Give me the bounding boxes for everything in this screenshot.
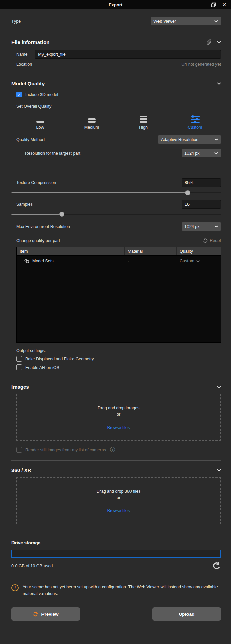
name-label: Name bbox=[16, 52, 27, 57]
type-dropdown[interactable]: Web Viewer bbox=[151, 17, 221, 25]
images-browse-files-link[interactable]: Browse files bbox=[107, 425, 130, 430]
chevron-down-icon bbox=[214, 225, 218, 228]
collapse-images-icon[interactable] bbox=[217, 386, 221, 388]
render-still-images-checkbox: ✓ bbox=[16, 447, 22, 453]
quality-option-medium[interactable]: Medium bbox=[80, 113, 104, 130]
render-still-images-label: Render still images from my list of came… bbox=[25, 448, 106, 452]
column-header-material[interactable]: Material bbox=[125, 247, 177, 255]
xr-drop-zone[interactable]: Drag and drop 360 files or Browse files bbox=[16, 477, 221, 524]
xr-browse-files-link[interactable]: Browse files bbox=[107, 508, 130, 513]
file-name-input[interactable]: My_export_file bbox=[35, 50, 221, 59]
row-quality-dropdown[interactable]: Custom bbox=[180, 259, 200, 263]
row-material: - bbox=[125, 259, 177, 263]
divider bbox=[11, 377, 221, 377]
chevron-down-icon bbox=[214, 138, 218, 141]
bake-geometry-checkbox[interactable]: ✓ bbox=[16, 356, 22, 362]
close-icon[interactable]: ✕ bbox=[221, 2, 227, 8]
chevron-down-icon bbox=[214, 152, 218, 154]
spacer bbox=[11, 157, 221, 178]
xr-drop-title: Drag and drop 360 files bbox=[97, 488, 141, 495]
quality-method-label: Quality Method bbox=[16, 137, 45, 142]
location-value: Url not generated yet bbox=[181, 62, 221, 67]
type-label: Type bbox=[11, 19, 21, 24]
type-dropdown-value: Web Viewer bbox=[153, 19, 176, 24]
keyshot-logo-icon bbox=[33, 611, 38, 617]
samples-input[interactable]: 16 bbox=[182, 200, 221, 209]
quality-method-dropdown[interactable]: Adaptive Resolution bbox=[158, 135, 221, 144]
per-part-table: Item Material Quality Model Sets - Cus bbox=[16, 247, 221, 343]
include-3d-model-checkbox[interactable]: ✓ bbox=[16, 92, 22, 97]
quality-option-custom[interactable]: Custom bbox=[183, 113, 207, 130]
enable-ar-label: Enable AR on iOS bbox=[25, 365, 59, 370]
upload-button-label: Upload bbox=[179, 612, 195, 617]
images-or-label: or bbox=[117, 411, 120, 418]
quality-high-icon bbox=[140, 113, 147, 123]
drive-storage-bar bbox=[11, 550, 221, 558]
collapse-xr-icon[interactable] bbox=[217, 469, 221, 472]
texture-compression-slider-handle[interactable] bbox=[185, 190, 190, 195]
images-heading: Images bbox=[11, 384, 29, 390]
enable-ar-checkbox[interactable]: ✓ bbox=[16, 364, 22, 370]
quality-option-high[interactable]: High bbox=[132, 113, 155, 130]
restore-window-icon[interactable] bbox=[210, 2, 216, 8]
storage-usage-text: 0.0 GB of 10 GB used. bbox=[11, 564, 54, 568]
samples-slider[interactable] bbox=[11, 212, 221, 217]
table-row[interactable]: Model Sets - Custom bbox=[17, 256, 221, 266]
images-drop-title: Drag and drop images bbox=[98, 405, 140, 411]
render-still-images-checkbox-row: ✓ Render still images from my list of ca… bbox=[11, 446, 221, 453]
refresh-storage-icon[interactable] bbox=[212, 562, 221, 570]
link-icon[interactable] bbox=[206, 39, 212, 45]
dialog-title: Export bbox=[0, 2, 231, 7]
largest-part-resolution-value: 1024 px bbox=[184, 151, 199, 156]
warning-text: Your scene has not yet been set up with … bbox=[23, 584, 218, 597]
largest-part-resolution-dropdown[interactable]: 1024 px bbox=[182, 149, 221, 157]
xr-heading: 360 / XR bbox=[11, 467, 31, 473]
images-drop-zone[interactable]: Drag and drop images or Browse files bbox=[16, 394, 221, 441]
texture-compression-slider[interactable] bbox=[11, 190, 221, 195]
xr-or-label: or bbox=[117, 495, 120, 501]
model-sets-icon bbox=[24, 258, 30, 264]
export-dialog: Export ✕ Type Web Viewer File informatio… bbox=[0, 0, 231, 644]
reset-label: Reset bbox=[210, 238, 221, 243]
collapse-file-information-icon[interactable] bbox=[217, 41, 221, 43]
texture-compression-label: Texture Compression bbox=[16, 180, 56, 185]
set-overall-quality-label: Set Overall Quality bbox=[16, 104, 51, 109]
enable-ar-checkbox-row[interactable]: ✓ Enable AR on iOS bbox=[11, 364, 221, 370]
max-environment-resolution-dropdown[interactable]: 1024 px bbox=[182, 222, 221, 231]
per-part-table-header: Item Material Quality bbox=[17, 247, 221, 255]
quality-low-icon bbox=[36, 113, 44, 123]
model-quality-heading: Model Quality bbox=[11, 81, 45, 86]
location-label: Location bbox=[16, 62, 32, 67]
upload-button[interactable]: Upload bbox=[152, 607, 221, 621]
output-settings-label: Output settings: bbox=[16, 348, 46, 353]
info-icon: ⓘ bbox=[110, 446, 115, 453]
divider bbox=[11, 531, 221, 531]
collapse-model-quality-icon[interactable] bbox=[217, 82, 221, 85]
bake-geometry-checkbox-row[interactable]: ✓ Bake Displaced and Flake Geometry bbox=[11, 356, 221, 362]
warning-icon: ! bbox=[11, 584, 19, 591]
texture-compression-input[interactable]: 85% bbox=[182, 178, 221, 187]
reset-button[interactable]: Reset bbox=[203, 238, 221, 243]
include-3d-model-checkbox-row[interactable]: ✓ Include 3D model bbox=[11, 92, 221, 97]
samples-slider-handle[interactable] bbox=[59, 212, 64, 217]
file-information-heading: File information bbox=[11, 39, 50, 45]
column-header-quality[interactable]: Quality bbox=[177, 247, 221, 255]
quality-option-low[interactable]: Low bbox=[28, 113, 52, 130]
chevron-down-icon bbox=[214, 20, 218, 22]
column-header-item[interactable]: Item bbox=[17, 247, 125, 255]
quality-medium-icon bbox=[88, 113, 96, 123]
drive-storage-heading: Drive storage bbox=[11, 540, 40, 545]
largest-part-resolution-label: Resolution for the largest part bbox=[25, 151, 80, 156]
row-quality-value: Custom bbox=[180, 259, 194, 263]
preview-button-label: Preview bbox=[41, 612, 58, 617]
divider bbox=[11, 460, 221, 461]
samples-label: Samples bbox=[16, 202, 33, 207]
quality-method-value: Adaptive Resolution bbox=[161, 137, 198, 142]
max-environment-resolution-label: Max Environment Resolution bbox=[16, 224, 70, 229]
max-environment-resolution-value: 1024 px bbox=[184, 224, 199, 229]
reset-icon bbox=[203, 238, 208, 243]
row-item-label: Model Sets bbox=[32, 259, 54, 263]
titlebar: Export ✕ bbox=[0, 0, 231, 9]
include-3d-model-label: Include 3D model bbox=[25, 92, 58, 97]
preview-button[interactable]: Preview bbox=[11, 607, 80, 621]
